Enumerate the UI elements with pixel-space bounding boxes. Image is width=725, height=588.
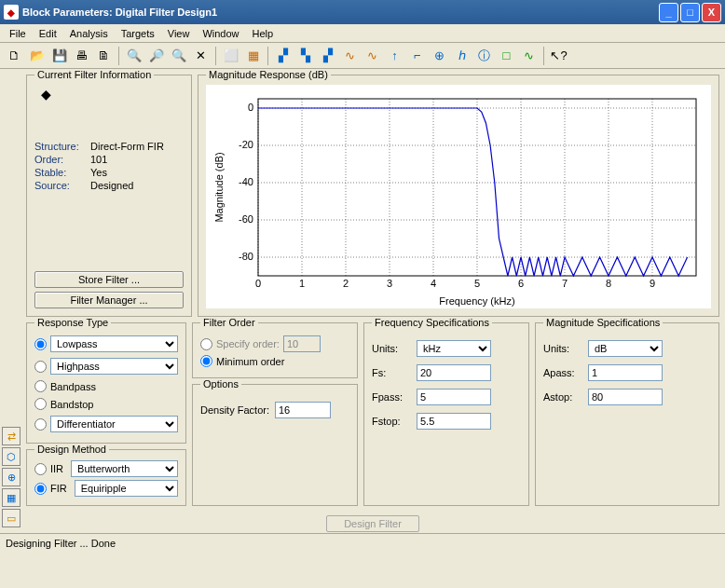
iir-select[interactable]: Butterworth xyxy=(71,460,178,477)
svg-text:2: 2 xyxy=(343,278,349,289)
statusbar: Designing Filter ... Done xyxy=(0,533,725,552)
options-panel: Options Density Factor: xyxy=(192,384,358,506)
print-icon[interactable]: 🖶 xyxy=(71,46,92,66)
source-label: Source: xyxy=(34,180,90,191)
specify-order-label: Specify order: xyxy=(216,338,280,349)
design-mode-icon[interactable]: ⇄ xyxy=(2,427,21,445)
structure-value: Direct-Form FIR xyxy=(90,141,164,152)
design-filter-button[interactable]: Design Filter xyxy=(326,515,419,532)
fstop-input[interactable] xyxy=(417,413,491,430)
filter-order-panel: Filter Order Specify order: Minimum orde… xyxy=(192,322,358,378)
impulse-icon[interactable]: ↑ xyxy=(384,46,405,66)
iir-radio[interactable] xyxy=(34,463,47,475)
filter-manager-button[interactable]: Filter Manager ... xyxy=(34,292,184,308)
magnitude-specs-panel: Magnitude Specifications Units:dB Apass:… xyxy=(535,322,719,506)
app-icon: ◆ xyxy=(4,5,19,20)
frequency-specs-panel: Frequency Specifications Units:kHz Fs: F… xyxy=(363,322,529,506)
save-icon[interactable]: 💾 xyxy=(48,46,70,66)
quantize-mode-icon[interactable]: ▭ xyxy=(2,509,21,527)
fpass-input[interactable] xyxy=(417,389,491,405)
magnitude-chart: 01234567890-20-40-60-80Frequency (kHz)Ma… xyxy=(206,85,711,308)
source-value: Designed xyxy=(90,180,133,191)
coeffs-icon[interactable]: ℎ xyxy=(451,46,472,66)
magest-icon[interactable]: □ xyxy=(496,46,517,66)
menu-file[interactable]: File xyxy=(4,26,32,41)
realize-mode-icon[interactable]: ▦ xyxy=(2,488,21,507)
apass-input[interactable] xyxy=(588,364,663,381)
mag-resp-icon[interactable]: ▞ xyxy=(272,46,294,66)
bandstop-radio[interactable] xyxy=(34,398,47,410)
help-icon[interactable]: ↖? xyxy=(548,46,569,66)
matlab-icon: ◆ xyxy=(34,85,57,103)
menu-targets[interactable]: Targets xyxy=(116,26,160,41)
freq-specs-legend: Frequency Specifications xyxy=(372,317,492,328)
svg-rect-15 xyxy=(258,99,696,276)
roundoff-icon[interactable]: ∿ xyxy=(518,46,540,66)
step-icon[interactable]: ⌐ xyxy=(406,46,428,66)
svg-text:-80: -80 xyxy=(239,251,253,262)
lowpass-radio[interactable] xyxy=(34,338,47,350)
polezero-mode-icon[interactable]: ⊕ xyxy=(2,468,21,486)
apass-label: Apass: xyxy=(543,367,582,378)
fir-label: FIR xyxy=(50,483,67,494)
polezero-icon[interactable]: ⊕ xyxy=(429,46,450,66)
order-value: 101 xyxy=(90,154,107,165)
lowpass-select[interactable]: Lowpass xyxy=(50,335,178,352)
structure-label: Structure: xyxy=(34,141,90,152)
menu-analysis[interactable]: Analysis xyxy=(64,26,114,41)
iir-label: IIR xyxy=(50,463,63,474)
svg-text:5: 5 xyxy=(474,278,480,289)
filter-viz-icon[interactable]: ▦ xyxy=(242,46,264,66)
bandpass-radio[interactable] xyxy=(34,380,47,392)
fir-radio[interactable] xyxy=(34,483,47,495)
highpass-radio[interactable] xyxy=(34,361,47,373)
import-mode-icon[interactable]: ⬡ xyxy=(2,447,21,466)
open-icon[interactable]: 📂 xyxy=(26,46,48,66)
freq-units-select[interactable]: kHz xyxy=(417,340,491,357)
svg-text:6: 6 xyxy=(518,278,524,289)
fs-input[interactable] xyxy=(417,364,491,381)
group-delay-icon[interactable]: ∿ xyxy=(339,46,361,66)
zoom-x-icon[interactable]: 🔍 xyxy=(168,46,189,66)
fpass-label: Fpass: xyxy=(372,391,411,403)
full-view-icon[interactable]: ⬜ xyxy=(220,46,241,66)
close-button[interactable]: X xyxy=(702,3,721,22)
response-type-panel: Response Type Lowpass Highpass Bandpass … xyxy=(26,322,186,444)
svg-text:-20: -20 xyxy=(239,139,253,150)
fir-select[interactable]: Equiripple xyxy=(75,480,178,497)
store-filter-button[interactable]: Store Filter ... xyxy=(34,271,184,288)
menu-edit[interactable]: Edit xyxy=(34,26,62,41)
phase-resp-icon[interactable]: ▚ xyxy=(294,46,316,66)
astop-input[interactable] xyxy=(588,389,663,405)
chart-svg: 01234567890-20-40-60-80Frequency (kHz)Ma… xyxy=(206,85,711,308)
print-preview-icon[interactable]: 🗎 xyxy=(93,46,115,66)
astop-label: Astop: xyxy=(543,391,582,403)
differentiator-select[interactable]: Differentiator xyxy=(50,416,178,432)
differentiator-radio[interactable] xyxy=(34,418,47,431)
zoom-full-icon[interactable]: ✕ xyxy=(190,46,212,66)
toolbar: 🗋 📂 💾 🖶 🗎 🔍 🔎 🔍 ✕ ⬜ ▦ ▞ ▚ ▞ ∿ ∿ ↑ ⌐ ⊕ ℎ … xyxy=(0,43,725,69)
minimum-order-radio[interactable] xyxy=(200,355,212,367)
density-factor-input[interactable] xyxy=(275,402,331,418)
magphase-icon[interactable]: ▞ xyxy=(317,46,338,66)
highpass-select[interactable]: Highpass xyxy=(50,358,178,375)
svg-text:Frequency (kHz): Frequency (kHz) xyxy=(439,295,514,307)
density-factor-label: Density Factor: xyxy=(200,404,269,416)
order-label: Order: xyxy=(34,154,90,165)
phase-delay-icon[interactable]: ∿ xyxy=(362,46,383,66)
maximize-button[interactable]: □ xyxy=(680,3,700,22)
zoom-in-icon[interactable]: 🔍 xyxy=(123,46,144,66)
bandpass-label: Bandpass xyxy=(50,381,96,392)
design-method-panel: Design Method IIRButterworth FIREquiripp… xyxy=(26,449,186,506)
menu-view[interactable]: View xyxy=(162,26,196,41)
minimize-button[interactable]: _ xyxy=(659,3,678,22)
mag-units-select[interactable]: dB xyxy=(588,340,663,357)
specify-order-radio[interactable] xyxy=(200,338,212,350)
status-text: Designing Filter ... Done xyxy=(6,538,116,549)
info-icon[interactable]: ⓘ xyxy=(473,46,495,66)
new-icon[interactable]: 🗋 xyxy=(4,46,25,66)
left-toolbar: ⇄ ⬡ ⊕ ▦ ▭ xyxy=(0,69,22,533)
menu-window[interactable]: Window xyxy=(197,26,244,41)
zoom-out-icon[interactable]: 🔎 xyxy=(145,46,167,66)
menu-help[interactable]: Help xyxy=(247,26,280,41)
